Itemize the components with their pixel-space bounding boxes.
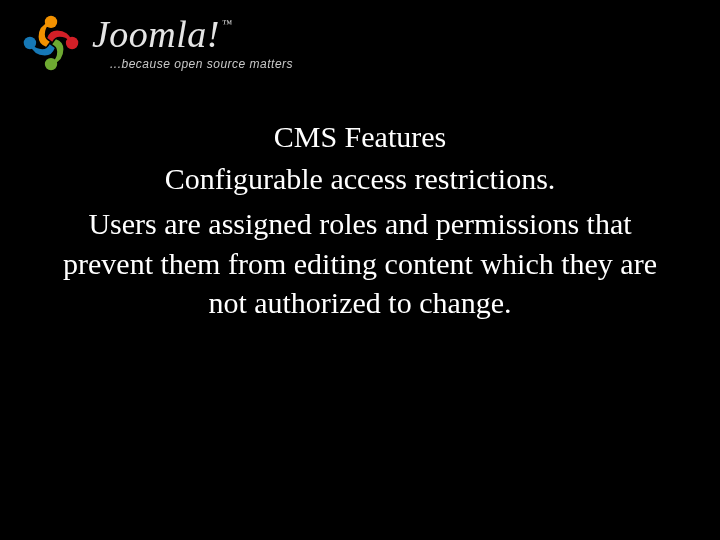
logo-tagline: ...because open source matters — [110, 57, 293, 71]
slide-body: Users are assigned roles and permissions… — [40, 204, 680, 323]
joomla-logo-icon — [20, 12, 82, 74]
logo-text: Joomla!™ ...because open source matters — [92, 15, 293, 71]
slide-content: CMS Features Configurable access restric… — [0, 120, 720, 323]
logo-name: Joomla!™ — [92, 15, 293, 53]
logo-area: Joomla!™ ...because open source matters — [0, 0, 720, 74]
trademark-symbol: ™ — [222, 18, 232, 29]
logo-name-text: Joomla! — [92, 13, 220, 55]
slide-heading: CMS Features — [40, 120, 680, 154]
slide-subheading: Configurable access restrictions. — [40, 162, 680, 196]
